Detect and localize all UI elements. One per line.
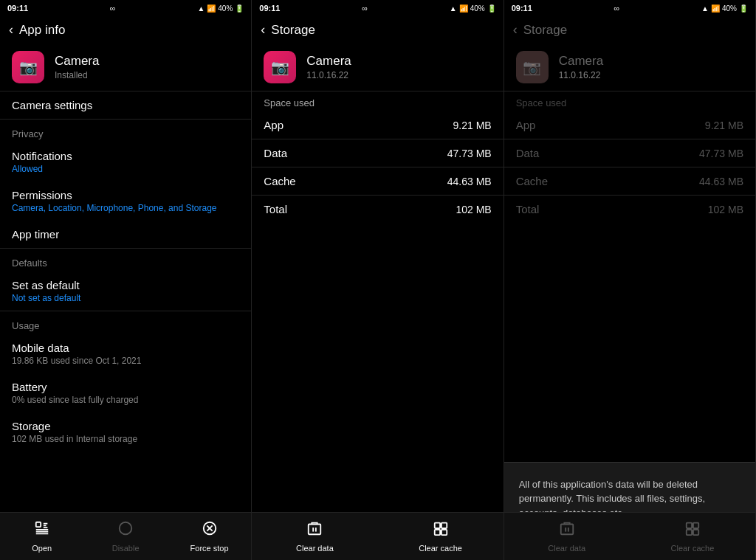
app-timer-label: App timer	[12, 228, 239, 241]
app-name-3: Camera	[559, 54, 603, 69]
set-default-item[interactable]: Set as default Not set as default	[0, 272, 251, 311]
data-label-2: Data	[264, 147, 287, 159]
status-bar-1: 09:11 ∞ ▲ 📶 40% 🔋	[0, 0, 251, 16]
mobile-data-label: Mobile data	[12, 342, 239, 354]
battery-2: 40%	[470, 4, 485, 13]
storage-label: Storage	[12, 420, 239, 432]
app-row-2: App 9.21 MB	[252, 111, 503, 139]
clear-data-label-3: Clear data	[548, 544, 585, 553]
storage-item[interactable]: Storage 102 MB used in Internal storage	[0, 412, 251, 452]
page-title-1: App info	[19, 23, 65, 38]
set-default-label: Set as default	[12, 279, 239, 291]
clear-cache-button-3[interactable]: Clear cache	[630, 513, 755, 560]
clear-cache-icon	[433, 520, 449, 541]
svg-rect-11	[441, 530, 446, 535]
force-stop-label: Force stop	[190, 544, 229, 553]
battery-icon-2: 🔋	[487, 4, 496, 13]
time-1: 09:11	[7, 4, 28, 13]
notifications-value: Allowed	[12, 164, 239, 174]
app-value-3: 9.21 MB	[705, 120, 743, 131]
defaults-header: Defaults	[0, 249, 251, 272]
app-label-2: App	[264, 119, 284, 131]
svg-rect-12	[560, 525, 573, 535]
permissions-item[interactable]: Permissions Camera, Location, Microphone…	[0, 182, 251, 221]
battery-icon-3: 🔋	[739, 4, 748, 13]
cache-row-2: Cache 44.63 MB	[252, 167, 503, 195]
time-3: 09:11	[512, 4, 532, 13]
svg-rect-5	[309, 525, 321, 535]
total-value-3: 102 MB	[708, 204, 743, 215]
signal-icon-2: 📶	[459, 4, 468, 13]
svg-rect-9	[441, 523, 446, 528]
privacy-header: Privacy	[0, 120, 251, 142]
clear-data-icon	[306, 520, 323, 541]
camera-icon-2: 📷	[271, 58, 289, 76]
top-nav-1: ‹ App info	[0, 16, 251, 44]
status-bar-2: 09:11 ∞ ▲ 📶 40% 🔋	[252, 0, 503, 16]
cache-label-3: Cache	[516, 175, 548, 187]
clear-cache-icon-3	[684, 520, 701, 541]
storage-value: 102 MB used in Internal storage	[12, 434, 239, 444]
open-button[interactable]: Open	[0, 513, 83, 560]
signal-icon: 📶	[207, 4, 216, 13]
mobile-data-value: 19.86 KB used since Oct 1, 2021	[12, 356, 239, 366]
permissions-value: Camera, Location, Microphone, Phone, and…	[12, 203, 239, 213]
page-title-2: Storage	[271, 23, 315, 38]
disable-label: Disable	[112, 544, 140, 553]
battery-item[interactable]: Battery 0% used since last fully charged	[0, 373, 251, 412]
total-row-3: Total 102 MB	[504, 196, 755, 223]
panel-app-info: 09:11 ∞ ▲ 📶 40% 🔋 ‹ App info 📷 Camera In…	[0, 0, 252, 560]
open-label: Open	[32, 544, 52, 553]
app-info-2: Camera 11.0.16.22	[306, 54, 351, 80]
data-value-2: 47.73 MB	[447, 148, 492, 159]
infinity-3: ∞	[614, 4, 620, 13]
top-nav-2: ‹ Storage	[252, 16, 503, 44]
space-used-label-2: Space used	[252, 91, 503, 111]
app-name-2: Camera	[306, 54, 351, 69]
app-version-3: 11.0.16.22	[559, 70, 603, 80]
set-default-value: Not set as default	[12, 293, 239, 303]
space-used-label-3: Space used	[504, 91, 755, 111]
cache-label-2: Cache	[264, 175, 295, 187]
data-row-2: Data 47.73 MB	[252, 139, 503, 167]
svg-rect-15	[687, 523, 692, 528]
app-info-3: Camera 11.0.16.22	[559, 54, 603, 80]
app-icon-2: 📷	[264, 51, 296, 83]
cache-value-3: 44.63 MB	[699, 176, 743, 187]
disable-icon	[117, 520, 134, 541]
notifications-item[interactable]: Notifications Allowed	[0, 142, 251, 182]
total-row-2: Total 102 MB	[252, 196, 503, 223]
battery-value: 0% used since last fully charged	[12, 395, 239, 405]
back-button-3[interactable]: ‹	[513, 22, 518, 38]
panel-storage: 09:11 ∞ ▲ 📶 40% 🔋 ‹ Storage 📷 Camera 11.…	[252, 0, 504, 560]
app-status-1: Installed	[55, 70, 99, 80]
total-label-3: Total	[516, 203, 540, 215]
usage-header: Usage	[0, 311, 251, 334]
bottom-bar-1: Open Disable Force stop	[0, 512, 251, 560]
clear-cache-button[interactable]: Clear cache	[378, 513, 504, 560]
app-header-1: 📷 Camera Installed	[0, 44, 251, 91]
svg-rect-17	[687, 530, 692, 535]
camera-settings-label: Camera settings	[12, 99, 239, 111]
app-timer-item[interactable]: App timer	[0, 221, 251, 248]
status-right-2: ▲ 📶 40% 🔋	[450, 4, 496, 13]
wifi-icon: ▲	[197, 4, 205, 13]
wifi-icon-3: ▲	[701, 4, 709, 13]
back-button-2[interactable]: ‹	[261, 22, 265, 38]
svg-rect-8	[434, 523, 439, 528]
back-button-1[interactable]: ‹	[9, 22, 13, 38]
status-right-3: ▲ 📶 40% 🔋	[701, 4, 748, 13]
force-stop-button[interactable]: Force stop	[168, 513, 251, 560]
app-icon-3: 📷	[516, 51, 549, 83]
data-label-3: Data	[516, 147, 540, 159]
open-icon	[34, 520, 50, 541]
camera-settings-item[interactable]: Camera settings	[0, 91, 251, 119]
cache-value-2: 44.63 MB	[447, 176, 492, 187]
clear-data-button-3[interactable]: Clear data	[504, 513, 630, 560]
disable-button[interactable]: Disable	[83, 513, 167, 560]
mobile-data-item[interactable]: Mobile data 19.86 KB used since Oct 1, 2…	[0, 334, 251, 373]
clear-data-button[interactable]: Clear data	[252, 513, 377, 560]
app-header-2: 📷 Camera 11.0.16.22	[252, 44, 503, 91]
app-name-1: Camera	[55, 54, 99, 69]
svg-point-1	[120, 522, 132, 535]
